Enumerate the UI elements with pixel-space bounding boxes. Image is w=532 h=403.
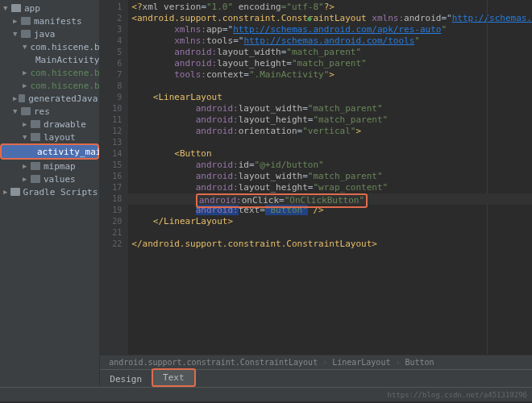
tree-label: com.hiscene.buttonevent xyxy=(30,42,100,52)
tree-label: java xyxy=(34,29,56,39)
tree-label: generatedJava xyxy=(28,93,98,104)
folder-dark-icon xyxy=(21,107,31,115)
tree-label: activity_main.xml xyxy=(37,147,100,157)
status-bar: https://blog.csdn.net/a451319296 xyxy=(0,387,532,401)
tree-label: app xyxy=(24,3,40,14)
tree-label: layout xyxy=(44,132,76,143)
tree-item[interactable]: ▼res xyxy=(0,105,99,118)
breadcrumb-item[interactable]: LinearLayout xyxy=(330,358,393,367)
breadcrumb-item[interactable]: android.support.constraint.ConstraintLay… xyxy=(106,358,320,367)
tree-label: mipmap xyxy=(44,161,76,172)
tree-label: Gradle Scripts xyxy=(23,187,98,197)
folder-icon xyxy=(10,188,19,196)
tree-label: manifests xyxy=(34,16,82,27)
tree-label: drawable xyxy=(44,119,86,130)
tree-item[interactable]: MainActivity xyxy=(0,53,99,66)
tree-label: com.hiscene.buttonevent xyxy=(30,81,100,91)
folder-icon xyxy=(11,4,21,12)
folder-dark-icon xyxy=(31,175,40,183)
folder-dark-icon xyxy=(31,162,40,170)
folder-dark-icon xyxy=(31,120,40,128)
tree-label: res xyxy=(34,106,50,117)
tree-label: com.hiscene.buttonevent xyxy=(30,68,100,78)
line-gutter: 12345678910111213141516171819202122 xyxy=(100,0,128,355)
breadcrumb[interactable]: android.support.constraint.ConstraintLay… xyxy=(100,355,532,369)
tree-item[interactable]: ▶com.hiscene.buttonevent(androidTest) xyxy=(0,66,99,79)
tree-item[interactable]: activity_main.xml xyxy=(0,143,99,160)
folder-dark-icon xyxy=(19,94,25,102)
folder-dark-icon xyxy=(31,133,40,141)
tree-label: MainActivity xyxy=(35,55,99,65)
tree-item[interactable]: ▶values xyxy=(0,172,99,185)
tab-text[interactable]: Text xyxy=(152,368,196,387)
breadcrumb-item[interactable]: Button xyxy=(402,358,436,367)
tree-item[interactable]: ▶manifests xyxy=(0,15,99,27)
tree-item[interactable]: ▶mipmap xyxy=(0,160,99,172)
tree-item[interactable]: ▶drawable xyxy=(0,118,99,131)
project-tree: ▼app▶manifests▼java▼com.hiscene.buttonev… xyxy=(0,0,100,387)
tree-item[interactable]: ▼app xyxy=(0,2,99,15)
editor-tabs: Design Text xyxy=(100,369,532,387)
tree-item[interactable]: ▼java xyxy=(0,27,99,40)
tree-item[interactable]: ▶com.hiscene.buttonevent(test) xyxy=(0,79,99,92)
folder-dark-icon xyxy=(21,17,31,25)
tree-item[interactable]: ▶generatedJava xyxy=(0,92,99,105)
folder-dark-icon xyxy=(21,30,31,38)
status-url: https://blog.csdn.net/a451319296 xyxy=(388,391,527,399)
tree-item[interactable]: ▼com.hiscene.buttonevent xyxy=(0,40,99,53)
tree-item[interactable]: ▼layout xyxy=(0,131,99,143)
tab-design[interactable]: Design xyxy=(100,372,152,387)
tree-label: values xyxy=(44,174,76,185)
code-editor[interactable]: <?xml version="1.0" encoding="utf-8"?> ●… xyxy=(128,0,532,355)
tree-item[interactable]: ▶Gradle Scripts xyxy=(0,185,99,198)
